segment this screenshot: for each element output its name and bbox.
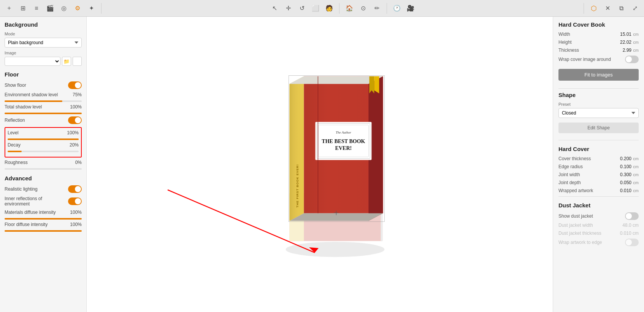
thickness-row: Thickness 2.99 cm <box>558 48 639 53</box>
left-panel: Background Mode Plain background Image 📁… <box>0 17 87 312</box>
env-shadow-row: Environment shadow level 75% <box>5 92 82 97</box>
video-tool-btn[interactable]: 🎥 <box>404 2 417 14</box>
image-label: Image <box>5 51 82 55</box>
toolbar-left: ＋ ⊞ ≡ 🎬 ◎ ⚙ ✦ <box>3 2 97 14</box>
decay-label: Decay <box>8 142 21 148</box>
screen-tool-btn[interactable]: ⬜ <box>309 2 322 14</box>
floor-diffuse-slider[interactable] <box>5 230 82 232</box>
toolbar: ＋ ⊞ ≡ 🎬 ◎ ⚙ ✦ ↖ ✛ ↺ ⬜ 🧑 🏠 ⊙ ✏ 🕐 🎥 ⬡ ✕ ⧉ … <box>0 0 644 17</box>
inner-reflections-label: Inner reflections of environment <box>5 196 68 207</box>
toolbar-right: ⬡ ✕ ⧉ ⤢ <box>588 2 641 14</box>
move-tool-btn[interactable]: ✛ <box>282 2 294 14</box>
joint-depth-value: 0.050 cm <box>620 180 639 185</box>
env-shadow-value: 75% <box>73 92 82 97</box>
joint-width-label: Joint width <box>558 172 580 177</box>
decay-row: Decay 20% <box>8 142 79 148</box>
svg-point-0 <box>286 242 384 257</box>
edge-radius-value: 0.100 cm <box>620 164 639 169</box>
realistic-lighting-toggle[interactable] <box>68 185 82 193</box>
image-select[interactable] <box>5 57 60 66</box>
wrap-toggle[interactable] <box>625 56 639 63</box>
toolbar-separator-3 <box>387 3 387 14</box>
env-shadow-slider[interactable] <box>5 100 82 102</box>
people-tool-btn[interactable]: 🧑 <box>323 2 335 14</box>
total-shadow-label: Total shadow level <box>5 104 42 110</box>
object-tool-btn[interactable]: 🏠 <box>343 2 355 14</box>
image-preview-btn[interactable] <box>73 57 82 66</box>
show-floor-label: Show floor <box>5 83 26 88</box>
reflection-row: Reflection <box>5 116 82 124</box>
preset-label: Preset <box>558 102 639 107</box>
show-floor-toggle[interactable] <box>68 81 82 89</box>
advanced-section-title: Advanced <box>5 175 82 181</box>
svg-text:THE BEST BOOK: THE BEST BOOK <box>322 138 365 144</box>
dust-jacket-thickness-row: Dust jacket thickness 0.010 cm <box>558 231 639 236</box>
floor-section-title: Floor <box>5 71 82 78</box>
image-row: 📁 <box>5 57 82 66</box>
env-shadow-label: Environment shadow level <box>5 92 58 97</box>
level-row: Level 100% <box>8 130 79 135</box>
level-value: 100% <box>67 130 79 135</box>
edit-tool-btn[interactable]: ✏ <box>371 2 383 14</box>
image-folder-btn[interactable]: 📁 <box>62 57 71 66</box>
width-value: 15.01 cm <box>620 32 639 37</box>
svg-marker-9 <box>289 76 383 84</box>
roughness-label: Roughness <box>5 160 28 165</box>
rotate-tool-btn[interactable]: ↺ <box>296 2 308 14</box>
svg-text:The Author: The Author <box>336 131 351 134</box>
thickness-value: 2.99 cm <box>623 48 639 53</box>
window-tool-btn[interactable]: ⧉ <box>615 2 627 14</box>
joint-depth-row: Joint depth 0.050 cm <box>558 180 639 185</box>
main-layout: Background Mode Plain background Image 📁… <box>0 17 644 312</box>
show-dust-jacket-row: Show dust jacket <box>558 212 639 220</box>
decay-slider[interactable] <box>8 151 79 152</box>
mode-label: Mode <box>5 32 82 36</box>
floor-diffuse-value: 100% <box>70 222 82 227</box>
preset-select[interactable]: Closed Open Half open <box>558 108 639 118</box>
settings-tool-btn[interactable]: ⚙ <box>71 2 84 14</box>
dust-jacket-width-value: 48.0 cm <box>622 223 639 228</box>
realistic-lighting-row: Realistic lighting <box>5 185 82 193</box>
film-tool-btn[interactable]: 🎬 <box>44 2 56 14</box>
roughness-slider[interactable] <box>5 168 82 170</box>
wrap-artwork-toggle[interactable] <box>625 239 639 246</box>
divider-1 <box>558 88 639 89</box>
expand-tool-btn[interactable]: ⤢ <box>629 2 641 14</box>
inner-reflections-toggle[interactable] <box>68 197 82 205</box>
level-slider[interactable] <box>8 138 79 140</box>
total-shadow-slider[interactable] <box>5 113 82 114</box>
grid-tool-btn[interactable]: ⊞ <box>17 2 29 14</box>
dust-jacket-width-row: Dust jacket width 48.0 cm <box>558 223 639 228</box>
wrap-label: Wrap cover image around <box>558 57 611 62</box>
roughness-value: 0% <box>75 160 82 165</box>
divider-3 <box>558 196 639 197</box>
book-illustration: The Author THE BEST BOOK EVER! THE FIRST… <box>259 63 403 266</box>
mode-select[interactable]: Plain background <box>5 38 82 48</box>
floor-diffuse-label: Floor diffuse intensity <box>5 222 48 227</box>
canvas-area[interactable]: The Author THE BEST BOOK EVER! THE FIRST… <box>87 17 553 312</box>
edit-shape-btn[interactable]: Edit Shape <box>558 123 639 133</box>
show-dust-jacket-toggle[interactable] <box>625 212 639 220</box>
fit-to-images-btn[interactable]: Fit to images <box>558 69 639 81</box>
clock-tool-btn[interactable]: 🕐 <box>391 2 403 14</box>
reflection-toggle[interactable] <box>68 116 82 124</box>
wrapped-artwork-row: Wrapped artwork 0.010 cm <box>558 188 639 193</box>
cover-thickness-row: Cover thickness 0.200 cm <box>558 156 639 161</box>
zoom-tool-btn[interactable]: ⊙ <box>357 2 369 14</box>
env-shadow-pct: % <box>78 92 82 97</box>
materials-diffuse-slider[interactable] <box>5 218 82 220</box>
edge-radius-row: Edge radius 0.100 cm <box>558 164 639 169</box>
materials-diffuse-value: 100% <box>70 210 82 215</box>
menu-tool-btn[interactable]: ≡ <box>30 2 43 14</box>
target-tool-btn[interactable]: ◎ <box>58 2 70 14</box>
thickness-label: Thickness <box>558 48 579 53</box>
close-tool-btn[interactable]: ✕ <box>601 2 614 14</box>
light-tool-btn[interactable]: ✦ <box>85 2 97 14</box>
reflection-label: Reflection <box>5 118 25 123</box>
cursor-tool-btn[interactable]: ↖ <box>268 2 281 14</box>
width-row: Width 15.01 cm <box>558 32 639 37</box>
materials-diffuse-label: Materials diffuse intensity <box>5 210 56 215</box>
cube-tool-btn[interactable]: ⬡ <box>588 2 600 14</box>
add-tool-btn[interactable]: ＋ <box>3 2 15 14</box>
decay-value: 20% <box>70 142 79 148</box>
